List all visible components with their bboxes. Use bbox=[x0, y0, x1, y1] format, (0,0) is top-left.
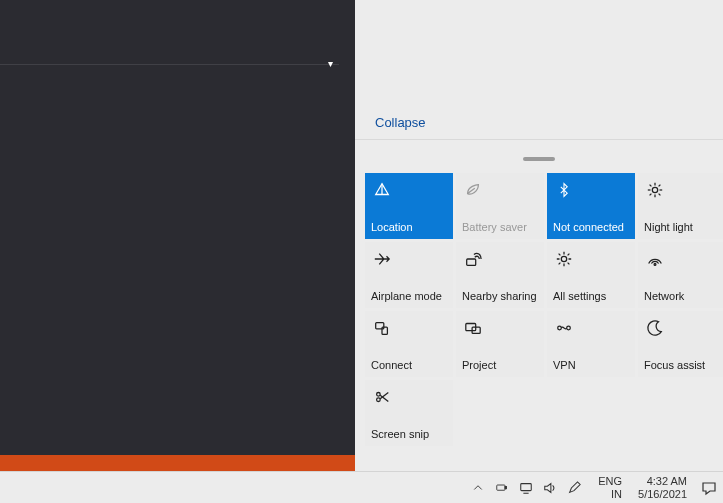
system-tray bbox=[470, 480, 590, 496]
pen-icon[interactable] bbox=[566, 480, 582, 496]
network-icon bbox=[646, 250, 664, 268]
tile-label: VPN bbox=[553, 359, 631, 371]
svg-rect-25 bbox=[497, 485, 505, 490]
svg-point-19 bbox=[558, 326, 562, 330]
svg-rect-27 bbox=[521, 483, 532, 490]
tile-label: Battery saver bbox=[462, 221, 540, 233]
tile-label: All settings bbox=[553, 290, 631, 302]
tile-label: Not connected bbox=[553, 221, 631, 233]
battery-icon[interactable] bbox=[494, 480, 510, 496]
pane-separator bbox=[0, 64, 339, 65]
project-icon bbox=[464, 319, 482, 337]
svg-point-21 bbox=[377, 393, 381, 397]
tile-label: Connect bbox=[371, 359, 449, 371]
moon-icon bbox=[646, 319, 664, 337]
tile-nearby-sharing[interactable]: Nearby sharing bbox=[456, 242, 544, 308]
sun-icon bbox=[646, 181, 664, 199]
svg-line-9 bbox=[659, 194, 661, 196]
taskbar: ENG IN 4:32 AM 5/16/2021 bbox=[0, 471, 723, 503]
tile-night-light[interactable]: Night light bbox=[638, 173, 723, 239]
nearby-icon bbox=[464, 250, 482, 268]
notification-icon[interactable] bbox=[695, 472, 723, 503]
tile-label: Focus assist bbox=[644, 359, 722, 371]
grab-handle[interactable] bbox=[523, 157, 555, 161]
svg-rect-26 bbox=[505, 486, 507, 488]
tile-all-settings[interactable]: All settings bbox=[547, 242, 635, 308]
volume-icon[interactable] bbox=[542, 480, 558, 496]
vpn-icon bbox=[555, 319, 573, 337]
tile-label: Location bbox=[371, 221, 449, 233]
tile-focus-assist[interactable]: Focus assist bbox=[638, 311, 723, 377]
action-center-panel: Collapse Location Battery saver Not conn… bbox=[355, 0, 723, 471]
svg-line-10 bbox=[650, 194, 652, 196]
date-text: 5/16/2021 bbox=[638, 488, 687, 500]
scissors-icon bbox=[373, 388, 391, 406]
tile-label: Nearby sharing bbox=[462, 290, 540, 302]
tile-label: Network bbox=[644, 290, 722, 302]
tile-network[interactable]: Network bbox=[638, 242, 723, 308]
panel-divider bbox=[355, 139, 723, 140]
tile-bluetooth[interactable]: Not connected bbox=[547, 173, 635, 239]
tile-screen-snip[interactable]: Screen snip bbox=[365, 380, 453, 446]
tile-label: Project bbox=[462, 359, 540, 371]
connect-icon bbox=[373, 319, 391, 337]
airplane-icon bbox=[373, 250, 391, 268]
location-icon bbox=[373, 181, 391, 199]
app-orange-bar bbox=[0, 455, 355, 471]
svg-point-3 bbox=[652, 187, 657, 192]
language-indicator[interactable]: ENG IN bbox=[590, 475, 630, 499]
language-top: ENG bbox=[598, 475, 622, 487]
svg-point-20 bbox=[567, 326, 571, 330]
tile-label: Airplane mode bbox=[371, 290, 449, 302]
leaf-icon bbox=[464, 181, 482, 199]
time-text: 4:32 AM bbox=[647, 475, 687, 487]
svg-line-11 bbox=[659, 185, 661, 187]
svg-point-14 bbox=[654, 264, 656, 266]
chevron-down-icon[interactable]: ▾ bbox=[328, 58, 333, 69]
tile-vpn[interactable]: VPN bbox=[547, 311, 635, 377]
tray-overflow-icon[interactable] bbox=[470, 480, 486, 496]
svg-point-13 bbox=[561, 256, 566, 261]
clock[interactable]: 4:32 AM 5/16/2021 bbox=[630, 475, 695, 499]
network-tray-icon[interactable] bbox=[518, 480, 534, 496]
gear-icon bbox=[555, 250, 573, 268]
tile-battery-saver[interactable]: Battery saver bbox=[456, 173, 544, 239]
svg-rect-12 bbox=[467, 259, 476, 265]
svg-point-22 bbox=[377, 398, 381, 402]
tile-label: Night light bbox=[644, 221, 722, 233]
tile-label: Screen snip bbox=[371, 428, 449, 440]
tile-airplane-mode[interactable]: Airplane mode bbox=[365, 242, 453, 308]
bluetooth-icon bbox=[555, 181, 573, 199]
quick-actions-grid: Location Battery saver Not connected Nig… bbox=[365, 173, 723, 446]
language-bottom: IN bbox=[611, 488, 622, 500]
collapse-button[interactable]: Collapse bbox=[375, 115, 426, 130]
svg-rect-16 bbox=[382, 327, 387, 334]
app-dark-pane: ▾ bbox=[0, 0, 355, 455]
tile-location[interactable]: Location bbox=[365, 173, 453, 239]
svg-line-8 bbox=[650, 185, 652, 187]
tile-project[interactable]: Project bbox=[456, 311, 544, 377]
tile-connect[interactable]: Connect bbox=[365, 311, 453, 377]
